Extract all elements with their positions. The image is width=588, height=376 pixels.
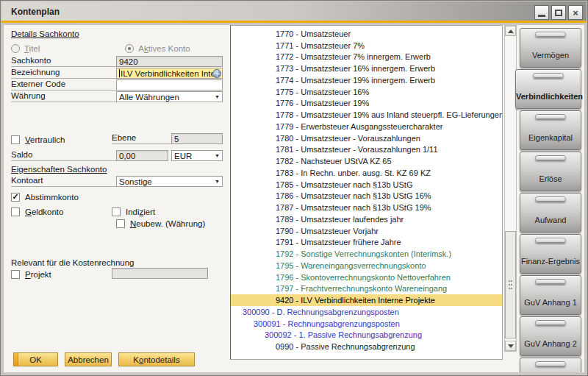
- dropdown-arrow-icon: ▼: [215, 153, 220, 158]
- list-item[interactable]: 1772 - Umsatzsteuer 7% innergem. Erwerb: [231, 52, 502, 63]
- geldkonto-checkbox[interactable]: [11, 207, 20, 216]
- kontoart-dropdown[interactable]: Sonstige ▼: [116, 176, 223, 187]
- list-item[interactable]: 1771 - Umsatzsteuer 7%: [231, 40, 502, 52]
- list-item[interactable]: 1790 - Umsatzsteuer Vorjahr: [231, 225, 502, 237]
- waehrung-row: Währung Alle Währungen ▼: [11, 91, 223, 102]
- list-item[interactable]: 9420 - ILV Verbindlichkeiten Interne Pro…: [231, 294, 502, 306]
- tab-guv-anhang-2[interactable]: GuV Anhang 2: [520, 316, 581, 356]
- tab-guv-anhang-1[interactable]: GuV Anhang 1: [520, 275, 581, 315]
- list-item[interactable]: 1789 - Umsatzsteuer laufendes jahr: [231, 213, 502, 225]
- drawer-handle-icon: [535, 32, 566, 37]
- titlebar[interactable]: Kontenplan ×: [1, 1, 587, 23]
- projekt-label: Projekt: [25, 270, 112, 279]
- list-item[interactable]: 1783 - In Rechn. unber. ausg. St. KZ 69 …: [231, 167, 502, 179]
- tab-erlöse[interactable]: Erlöse: [520, 152, 581, 191]
- kostenrechnung-title: Relevant für die Kostenrechnung: [11, 258, 135, 267]
- list-item[interactable]: 1795 - Wareneingangsverrechnungskonto: [231, 260, 502, 272]
- list-item[interactable]: 1770 - Umsatzsteuer: [231, 28, 502, 40]
- aktives-konto-radio[interactable]: [125, 44, 134, 53]
- bezeichnung-field[interactable]: ILV Verbindlichkeiten Interne Projekte: [116, 68, 223, 79]
- kontodetails-button[interactable]: Kontodetails: [118, 352, 195, 366]
- kontenplan-window: Kontenplan × Details Sachkonto Titel Akt…: [0, 0, 588, 376]
- sachkonto-row: Sachkonto 9420: [11, 55, 223, 67]
- list-item[interactable]: 1775 - Umsatzsteuer 16%: [231, 86, 502, 98]
- maximize-button[interactable]: [551, 5, 566, 20]
- close-button[interactable]: ×: [568, 5, 583, 20]
- indiziert-checkbox[interactable]: [112, 207, 121, 216]
- tab-eigenkapital[interactable]: Eigenkapital: [520, 110, 581, 150]
- scroll-down-icon: [508, 344, 514, 348]
- projekt-field[interactable]: [112, 268, 208, 279]
- sachkonto-label: Sachkonto: [11, 56, 116, 67]
- minimize-icon: [538, 15, 545, 17]
- list-item[interactable]: 1796 - Skontoverrechnungskonto Nettoverf…: [231, 272, 502, 283]
- saldo-row: Saldo 0,00 EUR ▼: [11, 149, 223, 161]
- tab-vermögen[interactable]: Vermögen: [520, 28, 581, 68]
- vertraulich-checkbox[interactable]: [11, 135, 20, 144]
- list-item[interactable]: 1791 - Umsatzsteuer frühere Jahre: [231, 237, 502, 249]
- list-item[interactable]: 300091 - Rechnungsabgrenzungsposten: [231, 318, 502, 330]
- titel-radio-label: Titel: [24, 44, 40, 53]
- projekt-checkbox[interactable]: [11, 270, 20, 279]
- tab-drawer-partial[interactable]: [520, 358, 581, 372]
- list-item[interactable]: 0990 - Passive Rechnungsabgrenzung: [231, 341, 502, 352]
- kostenrechnung-title-row: Relevant für die Kostenrechnung: [11, 255, 223, 267]
- abstimmkonto-checkbox[interactable]: ✓: [11, 193, 20, 202]
- scroll-down-button[interactable]: [505, 341, 516, 351]
- list-item[interactable]: 1778 - Umsatzsteuer 19% aus Inland steue…: [231, 109, 502, 121]
- list-item[interactable]: 1779 - Erwerbsteuer Ausgangssteuercharak…: [231, 121, 502, 132]
- ebene-label: Ebene: [112, 133, 171, 144]
- list-item[interactable]: 1781 - Umsatzsteuer - Vorauszahlungen 1/…: [231, 144, 502, 156]
- tab-label: GuV Anhang 2: [520, 339, 581, 348]
- section-details-sachkonto: Details Sachkonto: [11, 29, 79, 38]
- waehrung-dropdown[interactable]: Alle Währungen ▼: [116, 91, 223, 102]
- text-cursor: [119, 69, 120, 77]
- list-item[interactable]: 1797 - Frachtverrechnungskonto Wareneing…: [231, 283, 502, 295]
- maximize-icon: [555, 10, 562, 16]
- account-type-radio-row: Titel Aktives Konto: [11, 41, 223, 53]
- list-item[interactable]: 1773 - Umsatzsteuer 16% innergem. Erwerb: [231, 63, 502, 74]
- list-item[interactable]: 1786 - Umsatzsteuer nach §13b UStG 16%: [231, 191, 502, 202]
- list-item[interactable]: 1787 - Umsatzsteuer nach §13b UStG 19%: [231, 202, 502, 213]
- list-item[interactable]: 1780 - Umsatzsteuer - Vorauszahlungen: [231, 132, 502, 144]
- indiziert-label: Indiziert: [126, 207, 155, 216]
- tab-aufwand[interactable]: Aufwand: [520, 193, 581, 233]
- tab-label: Finanz-Ergebnis: [520, 257, 581, 266]
- tab-verbindlichkeiten[interactable]: Verbindlichkeiten: [515, 69, 581, 109]
- scroll-up-button[interactable]: [505, 26, 516, 36]
- account-list: 1770 - Umsatzsteuer1771 - Umsatzsteuer 7…: [230, 25, 503, 360]
- translate-globe-icon[interactable]: [212, 69, 221, 78]
- list-item[interactable]: 300092 - 1. Passive Rechnungsabgrenzung: [231, 330, 502, 341]
- sachkonto-field[interactable]: 9420: [116, 56, 223, 67]
- abbrechen-button[interactable]: Abbrechen: [65, 352, 112, 366]
- drawer-handle-icon: [535, 114, 566, 119]
- tab-finanz-ergebnis[interactable]: Finanz-Ergebnis: [520, 234, 581, 274]
- list-item[interactable]: 1774 - Umsatzsteuer 19% innergem. Erwerb: [231, 74, 502, 86]
- neubew-label: Neubew. (Währung): [130, 219, 205, 228]
- list-item[interactable]: 1792 - Sonstige Verrechnungskonten (Inte…: [231, 248, 502, 260]
- tab-label: Erlöse: [520, 174, 581, 183]
- ebene-field[interactable]: 5: [171, 133, 223, 144]
- drawer-handle-icon: [535, 279, 566, 284]
- titel-radio[interactable]: [11, 44, 20, 53]
- scroll-up-icon: [508, 29, 514, 33]
- neubew-checkbox[interactable]: [116, 219, 125, 228]
- scrollbar-thumb[interactable]: [505, 231, 516, 338]
- list-item[interactable]: 1785 - Umsatzsteuer nach §13b UStG: [231, 179, 502, 191]
- drawer-handle-icon: [533, 73, 564, 78]
- waehrung-label: Währung: [11, 91, 116, 102]
- saldo-currency-dropdown[interactable]: EUR ▼: [171, 150, 223, 161]
- externer-code-field[interactable]: [116, 79, 223, 91]
- list-item[interactable]: 1776 - Umsatzsteuer 19%: [231, 98, 502, 110]
- vertraulich-label: Vertraulich: [25, 135, 112, 144]
- ok-button-accent: [14, 353, 18, 366]
- externer-code-label: Externer Code: [11, 79, 116, 91]
- saldo-field[interactable]: 0,00: [116, 150, 168, 161]
- ok-button[interactable]: OK: [13, 352, 58, 366]
- geldkonto-indiziert-row: Geldkonto Indiziert: [11, 205, 223, 216]
- list-item[interactable]: 1782 - Nachsteuer UStVA KZ 65: [231, 155, 502, 167]
- list-item[interactable]: 300090 - D. Rechnungsabgrenzungsposten: [231, 306, 502, 318]
- externer-code-row: Externer Code: [11, 79, 223, 91]
- tab-label: GuV Anhang 1: [520, 298, 581, 307]
- minimize-button[interactable]: [534, 5, 549, 20]
